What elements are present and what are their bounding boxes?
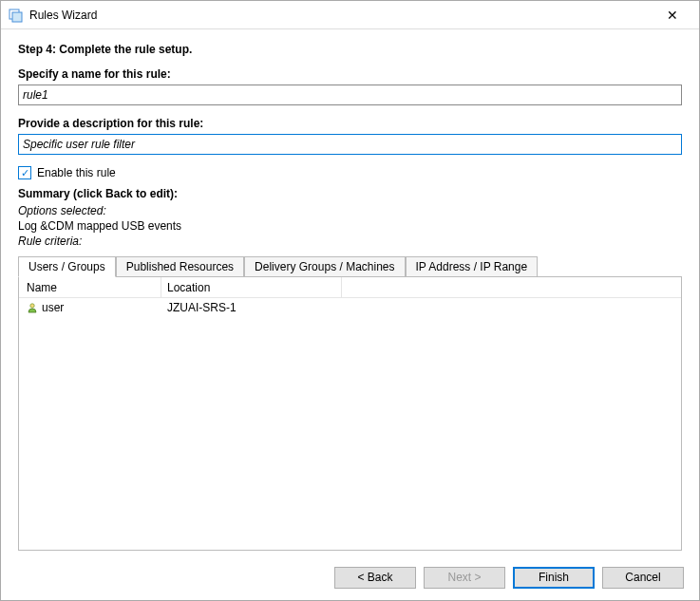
enable-rule-checkbox[interactable]: ✓ <box>18 166 31 179</box>
desc-field-block: Provide a description for this rule: <box>18 117 682 155</box>
svg-rect-1 <box>12 12 22 22</box>
app-icon <box>9 8 24 23</box>
rule-name-input[interactable] <box>18 85 682 105</box>
step-heading: Step 4: Complete the rule setup. <box>18 43 682 56</box>
tab-ip-address[interactable]: IP Address / IP Range <box>406 256 539 277</box>
column-location-header[interactable]: Location <box>161 277 342 297</box>
check-icon: ✓ <box>21 168 29 178</box>
tabs-bar: Users / Groups Published Resources Deliv… <box>18 256 682 277</box>
cell-location: JZUAI-SRS-1 <box>161 301 681 314</box>
close-icon: ✕ <box>667 8 678 23</box>
svg-point-2 <box>30 304 34 308</box>
enable-rule-row: ✓ Enable this rule <box>18 166 682 179</box>
rule-criteria-label: Rule criteria: <box>18 235 682 248</box>
summary-title: Summary (click Back to edit): <box>18 187 682 200</box>
tab-published-resources[interactable]: Published Resources <box>116 256 244 277</box>
name-field-block: Specify a name for this rule: <box>18 67 682 105</box>
content-area: Step 4: Complete the rule setup. Specify… <box>1 29 699 554</box>
options-selected-label: Options selected: <box>18 204 682 217</box>
finish-button[interactable]: Finish <box>513 567 595 589</box>
cancel-button[interactable]: Cancel <box>602 567 684 589</box>
button-bar: < Back Next > Finish Cancel <box>1 554 699 600</box>
next-button: Next > <box>424 567 505 589</box>
options-selected-value: Log &CDM mapped USB events <box>18 219 682 233</box>
cell-name-text: user <box>42 301 64 314</box>
tab-delivery-groups[interactable]: Delivery Groups / Machines <box>244 256 405 277</box>
column-name-header[interactable]: Name <box>19 277 161 297</box>
close-button[interactable]: ✕ <box>653 2 691 28</box>
user-icon <box>27 302 38 313</box>
rule-desc-input[interactable] <box>18 134 682 155</box>
cell-name: user <box>19 301 161 314</box>
titlebar: Rules Wizard ✕ <box>1 1 699 29</box>
window-title: Rules Wizard <box>29 9 653 22</box>
name-label: Specify a name for this rule: <box>18 67 682 81</box>
table-header-row: Name Location <box>19 277 681 298</box>
tab-body: Name Location user JZUAI-SRS-1 <box>18 276 682 551</box>
back-button[interactable]: < Back <box>334 567 416 589</box>
table-row[interactable]: user JZUAI-SRS-1 <box>19 298 681 317</box>
enable-rule-label: Enable this rule <box>37 166 116 179</box>
tab-users-groups[interactable]: Users / Groups <box>18 256 116 277</box>
desc-label: Provide a description for this rule: <box>18 117 682 130</box>
